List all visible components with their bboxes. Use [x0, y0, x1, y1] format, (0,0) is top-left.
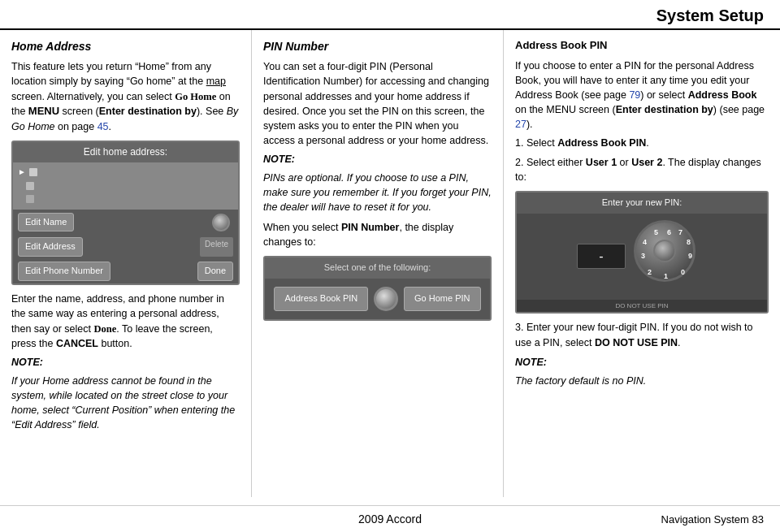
enter-pin-body: - 6 7 8 9 0 1 2 3 4 5 [517, 214, 767, 300]
home-screen-phone-row: Edit Phone Number Done [13, 259, 238, 283]
col2-para1: You can set a four-digit PIN (Personal I… [263, 59, 492, 148]
home-screen-buttons: Edit Name [13, 210, 238, 236]
col2-title: PIN Number [263, 38, 492, 54]
edit-address-btn[interactable]: Edit Address [18, 237, 83, 257]
col3-step2: 2. Select either User 1 or User 2. The d… [515, 155, 769, 184]
footer: 2009 Accord Navigation System 83 [0, 505, 780, 532]
page-title: System Setup [656, 6, 764, 24]
col-pin-number: PIN Number You can set a four-digit PIN … [252, 30, 504, 497]
col3-title: Address Book PIN [515, 38, 769, 54]
footer-right: Navigation System 83 [661, 513, 764, 526]
col3-step1: 1. Select Address Book PIN. [515, 136, 769, 150]
edit-phone-btn[interactable]: Edit Phone Number [18, 262, 110, 281]
col-home-address: Home Address This feature lets you retur… [0, 30, 252, 497]
dial-3: 3 [641, 251, 645, 262]
dial-circle[interactable]: 6 7 8 9 0 1 2 3 4 5 [634, 220, 696, 282]
col3-step3: 3. Enter your new four-digit PIN. If you… [515, 320, 769, 349]
page-header: System Setup [0, 0, 780, 30]
dial-4: 4 [643, 237, 647, 248]
col2-para2: When you select PIN Number, the display … [263, 220, 492, 249]
arrow-icon: ► [18, 167, 26, 179]
address-book-pin-btn[interactable]: Address Book PIN [274, 287, 368, 311]
dial-9: 9 [688, 251, 692, 262]
dial-1: 1 [664, 271, 668, 282]
col1-note-text: If your Home address cannot be found in … [11, 374, 240, 433]
home-screen-row2 [18, 179, 233, 193]
home-screen-body: ► [13, 162, 238, 210]
col2-note-label: NOTE: [263, 152, 492, 167]
arrow-icon3 [18, 193, 23, 205]
dial-2: 2 [648, 267, 652, 278]
dial-5: 5 [654, 227, 658, 238]
col2-note-text: PINs are optional. If you choose to use … [263, 171, 492, 214]
col3-para1: If you choose to enter a PIN for the per… [515, 58, 769, 132]
col3-note-text: The factory default is no PIN. [515, 374, 769, 388]
edit-name-btn[interactable]: Edit Name [18, 213, 74, 232]
pin-input-box[interactable]: - [577, 244, 626, 269]
do-not-use-label[interactable]: DO NOT USE PIN [517, 300, 767, 313]
home-address-screen: Edit home address: ► Edit Name [11, 141, 240, 286]
dial-7: 7 [678, 227, 682, 238]
pin-select-body: Address Book PIN Go Home PIN [265, 279, 490, 319]
col1-title: Home Address [11, 38, 240, 54]
enter-pin-screen: Enter your new PIN: - 6 7 8 9 0 1 [515, 191, 769, 314]
home-screen-bottom-row: Edit Address Delete [13, 235, 238, 259]
pin-select-screen: Select one of the following: Address Boo… [263, 256, 492, 321]
arrow-icon2 [18, 180, 23, 192]
col1-para2: Enter the name, address, and phone numbe… [11, 292, 240, 351]
col3-note-label: NOTE: [515, 355, 769, 370]
home-screen-row1: ► [18, 166, 233, 179]
pin-nav-knob[interactable] [374, 287, 398, 311]
pin-input-area: - [577, 244, 626, 269]
home-screen-row3 [18, 192, 233, 206]
enter-pin-header: Enter your new PIN: [517, 192, 767, 214]
go-home-pin-btn[interactable]: Go Home PIN [404, 287, 480, 311]
pin-dial[interactable]: 6 7 8 9 0 1 2 3 4 5 [634, 220, 707, 293]
col-address-book-pin: Address Book PIN If you choose to enter … [504, 30, 780, 497]
col1-note-label: NOTE: [11, 355, 240, 370]
done-btn[interactable]: Done [197, 262, 233, 281]
home-screen-header: Edit home address: [13, 142, 238, 162]
col1-para1: This feature lets you return “Home” from… [11, 59, 240, 133]
delete-btn[interactable]: Delete [200, 237, 233, 257]
footer-center: 2009 Accord [358, 513, 422, 526]
dial-6: 6 [667, 227, 671, 238]
dial-center-button[interactable] [653, 240, 676, 262]
dial-0: 0 [681, 267, 685, 278]
dial-8: 8 [687, 237, 691, 248]
main-content: Home Address This feature lets you retur… [0, 30, 780, 497]
nav-knob[interactable] [212, 214, 230, 231]
pin-select-header: Select one of the following: [265, 257, 490, 279]
